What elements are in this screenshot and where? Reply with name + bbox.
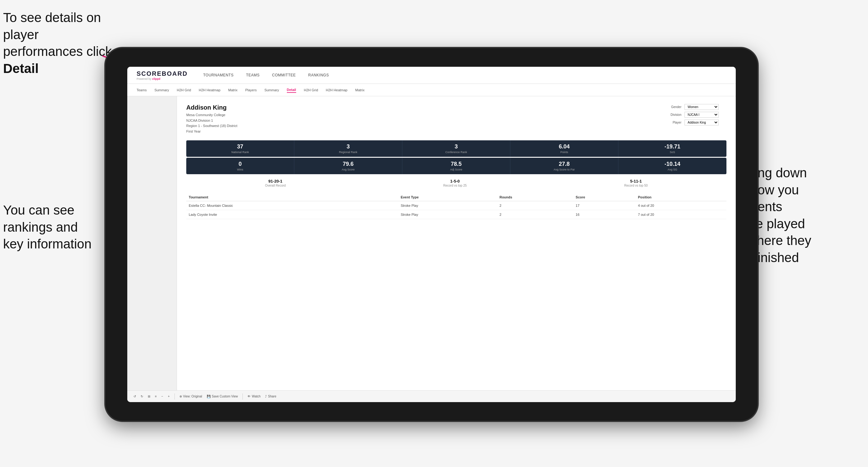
left-sidebar: [127, 96, 177, 390]
stat-wins: 0 Wins: [186, 158, 294, 174]
toolbar-save-custom[interactable]: 💾 Save Custom View: [207, 395, 238, 398]
filter-division: Division NJCAA I: [664, 112, 726, 118]
toolbar-view-original[interactable]: ⊕ View: Original: [180, 395, 203, 398]
toolbar-undo[interactable]: ↺: [133, 395, 136, 398]
annotation-line3: key information: [3, 237, 92, 251]
player-school: Mesa Community College: [186, 113, 237, 118]
filter-player: Player Addison King: [664, 120, 726, 125]
col-event-type: Event Type: [398, 193, 497, 201]
player-info: Addison King Mesa Community College NJCA…: [186, 104, 237, 134]
player-filters: Gender Women Division NJCAA I: [664, 104, 726, 134]
subnav-players[interactable]: Players: [245, 88, 257, 93]
record-overall: 91-20-1 Overall Record: [265, 179, 286, 187]
stat-avg-sg: -10.14 Avg SG: [618, 158, 726, 174]
annotation-top-left: To see details on player performances cl…: [3, 9, 121, 77]
main-nav: TOURNAMENTS TEAMS COMMITTEE RANKINGS: [203, 72, 329, 79]
cell-score-1: 17: [573, 201, 636, 210]
toolbar-watch[interactable]: 👁 Watch: [247, 395, 260, 398]
table-row[interactable]: Lady Coyote Invite Stroke Play 2 16 7 ou…: [186, 210, 726, 219]
toolbar-plus[interactable]: +: [168, 395, 170, 398]
subnav-detail[interactable]: Detail: [287, 87, 296, 93]
annotation-text: To see details on player performances cl…: [3, 10, 112, 59]
stat-points: 6.04 Points: [510, 141, 618, 157]
logo-powered: Powered by clippd: [136, 77, 187, 81]
watch-icon: 👁: [247, 395, 251, 398]
save-custom-icon: 💾: [207, 395, 211, 398]
nav-rankings[interactable]: RANKINGS: [308, 72, 329, 79]
player-header: Addison King Mesa Community College NJCA…: [186, 104, 726, 134]
logo-area: SCOREBOARD Powered by clippd: [136, 70, 187, 81]
annotation-bold: Detail: [3, 61, 38, 76]
stat-sos: -19.71 SoS: [618, 141, 726, 157]
sub-nav: Teams Summary H2H Grid H2H Heatmap Matri…: [127, 84, 736, 96]
toolbar-redo[interactable]: ↻: [141, 395, 143, 398]
player-division: NJCAA Division 1: [186, 118, 237, 124]
subnav-matrix[interactable]: Matrix: [228, 88, 238, 93]
subnav-matrix2[interactable]: Matrix: [355, 88, 365, 93]
stat-avg-score-par: 27.8 Avg Score to Par: [510, 158, 618, 174]
top-nav: SCOREBOARD Powered by clippd TOURNAMENTS…: [127, 67, 736, 84]
toolbar-grid[interactable]: ⊞: [148, 395, 150, 398]
records-row: 91-20-1 Overall Record 1-5-0 Record vs t…: [186, 179, 726, 187]
stats-row1: 37 National Rank 3 Regional Rank 3 Confe…: [186, 141, 726, 157]
subnav-teams[interactable]: Teams: [136, 88, 147, 93]
table-header-row: Tournament Event Type Rounds Score Posit…: [186, 193, 726, 201]
player-name: Addison King: [186, 104, 237, 111]
player-label: Player: [664, 121, 681, 124]
stat-national-rank: 37 National Rank: [186, 141, 294, 157]
subnav-h2h-grid[interactable]: H2H Grid: [177, 88, 191, 93]
toolbar-divider1: [175, 394, 175, 400]
stat-avg-score: 79.6 Avg Score: [294, 158, 402, 174]
stats-row2: 0 Wins 79.6 Avg Score 78.5 Adj Score 27.…: [186, 158, 726, 174]
tournaments-table: Tournament Event Type Rounds Score Posit…: [186, 193, 726, 219]
nav-tournaments[interactable]: TOURNAMENTS: [203, 72, 234, 79]
division-label: Division: [664, 113, 681, 117]
view-original-icon: ⊕: [180, 395, 182, 398]
main-content: Addison King Mesa Community College NJCA…: [127, 96, 736, 390]
nav-committee[interactable]: COMMITTEE: [272, 72, 296, 79]
gender-select[interactable]: Women: [685, 104, 719, 110]
subnav-h2h-heatmap2[interactable]: H2H Heatmap: [326, 88, 348, 93]
toolbar-share[interactable]: ⤴ Share: [265, 395, 276, 398]
cell-position-1: 4 out of 20: [636, 201, 726, 210]
table-row[interactable]: Estella CC- Mountain Classic Stroke Play…: [186, 201, 726, 210]
toolbar-list[interactable]: ≡: [155, 395, 157, 398]
cell-rounds-2: 2: [497, 210, 573, 219]
player-select[interactable]: Addison King: [685, 120, 719, 125]
col-rounds: Rounds: [497, 193, 573, 201]
player-year: First Year: [186, 129, 237, 134]
toolbar-minus[interactable]: −: [161, 395, 163, 398]
stat-conference-rank: 3 Conference Rank: [402, 141, 510, 157]
content-area: Addison King Mesa Community College NJCA…: [177, 96, 736, 390]
col-tournament: Tournament: [186, 193, 398, 201]
filter-gender: Gender Women: [664, 104, 726, 110]
cell-event-type-2: Stroke Play: [398, 210, 497, 219]
cell-rounds-1: 2: [497, 201, 573, 210]
player-region: Region 1 - Southwest (18) District: [186, 123, 237, 129]
cell-event-type-1: Stroke Play: [398, 201, 497, 210]
record-top25: 1-5-0 Record vs top 25: [443, 179, 467, 187]
logo-scoreboard: SCOREBOARD: [136, 70, 187, 77]
tablet-screen: SCOREBOARD Powered by clippd TOURNAMENTS…: [127, 67, 736, 402]
record-top50: 5-11-1 Record vs top 50: [624, 179, 648, 187]
subnav-summary[interactable]: Summary: [154, 88, 169, 93]
stat-adj-score: 78.5 Adj Score: [402, 158, 510, 174]
stat-regional-rank: 3 Regional Rank: [294, 141, 402, 157]
subnav-h2h-heatmap[interactable]: H2H Heatmap: [199, 88, 220, 93]
gender-label: Gender: [664, 105, 681, 109]
cell-tournament-1: Estella CC- Mountain Classic: [186, 201, 398, 210]
annotation-bottom-left: You can see rankings and key information: [3, 202, 121, 253]
col-position: Position: [636, 193, 726, 201]
subnav-summary2[interactable]: Summary: [265, 88, 279, 93]
bottom-toolbar: ↺ ↻ ⊞ ≡ − + ⊕ View: Original 💾 Save Cust…: [127, 390, 736, 402]
division-select[interactable]: NJCAA I: [685, 112, 719, 118]
cell-position-2: 7 out of 20: [636, 210, 726, 219]
annotation-line2: rankings and: [3, 220, 78, 235]
annotation-line1: You can see: [3, 203, 74, 217]
cell-score-2: 16: [573, 210, 636, 219]
cell-tournament-2: Lady Coyote Invite: [186, 210, 398, 219]
share-icon: ⤴: [265, 395, 267, 398]
col-score: Score: [573, 193, 636, 201]
nav-teams[interactable]: TEAMS: [246, 72, 259, 79]
subnav-h2h-grid2[interactable]: H2H Grid: [304, 88, 318, 93]
